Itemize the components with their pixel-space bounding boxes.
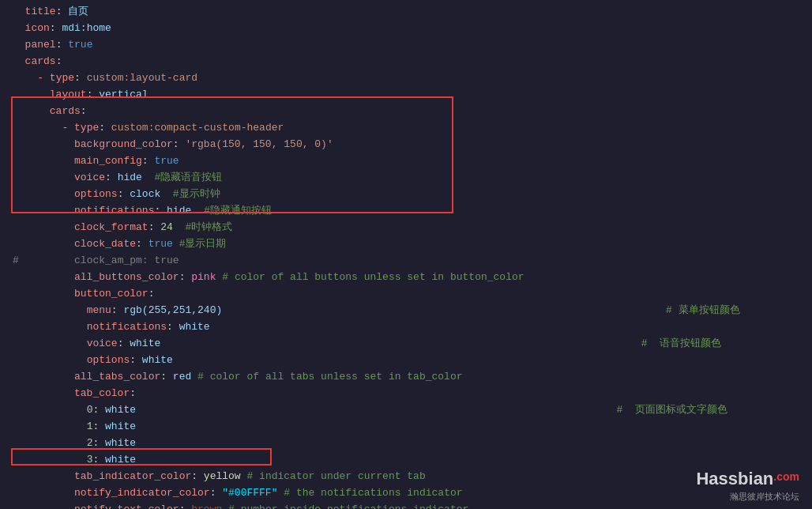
code-line: background_color: 'rgba(150, 150, 150, 0… — [0, 136, 812, 153]
code-line: button_color: — [0, 285, 812, 302]
watermark-bian: bian — [738, 469, 773, 488]
watermark-hass: Hass — [696, 469, 738, 488]
watermark: Hassbian.com 瀚思彼岸技术论坛 — [696, 469, 799, 503]
code-line: voice: white # 语音按钮颜色 — [0, 335, 812, 352]
code-line: all_tabs_color: red # color of all tabs … — [0, 368, 812, 385]
code-line: notify_text_color: brown # number inside… — [0, 501, 812, 509]
watermark-com: .com — [773, 470, 799, 483]
watermark-title: Hassbian.com — [696, 469, 799, 489]
code-line: all_buttons_color: pink # color of all b… — [0, 269, 812, 285]
code-line: clock_format: 24 #时钟格式 — [0, 219, 812, 236]
code-line: tab_color: — [0, 385, 812, 402]
code-line: clock_date: true #显示日期 — [0, 236, 812, 252]
code-line: - type: custom:layout-card — [0, 70, 812, 86]
code-line: icon: mdi:home — [0, 20, 812, 36]
code-line: cards: — [0, 103, 812, 119]
code-line: 2: white — [0, 435, 812, 451]
code-line: 3: white — [0, 451, 812, 468]
code-editor: title: 自页 icon: mdi:home panel: true car… — [0, 0, 812, 509]
code-line: 1: white — [0, 418, 812, 435]
code-line: 0: white # 页面图标或文字颜色 — [0, 402, 812, 418]
code-line: options: clock #显示时钟 — [0, 186, 812, 202]
code-line: voice: hide #隐藏语音按钮 — [0, 169, 812, 186]
code-line: main_config: true — [0, 153, 812, 169]
code-line: title: 自页 — [0, 3, 812, 20]
code-line: options: white — [0, 352, 812, 368]
code-line: notifications: white — [0, 319, 812, 335]
watermark-subtitle: 瀚思彼岸技术论坛 — [730, 491, 799, 503]
code-line: # clock_am_pm: true — [0, 252, 812, 269]
code-line: notify_indicator_color: "#00FFFF" # the … — [0, 484, 812, 501]
code-line: panel: true — [0, 36, 812, 53]
code-line: tab_indicator_color: yellow # indicator … — [0, 468, 812, 484]
code-line: notifications: hide #隐藏通知按钮 — [0, 202, 812, 219]
code-line: layout: vertical — [0, 86, 812, 103]
code-line: menu: rgb(255,251,240) # 菜单按钮颜色 — [0, 302, 812, 319]
code-line: - type: custom:compact-custom-header — [0, 119, 812, 136]
code-line: cards: — [0, 53, 812, 70]
